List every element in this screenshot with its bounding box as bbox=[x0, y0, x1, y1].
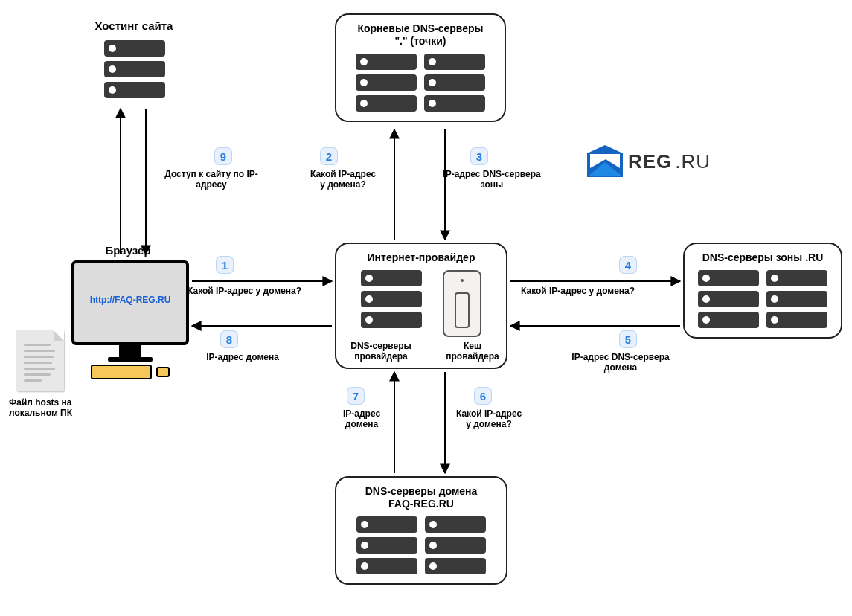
keyboard-icon bbox=[91, 365, 152, 379]
server-unit-icon bbox=[425, 516, 486, 533]
server-unit-icon bbox=[766, 270, 827, 286]
server-unit-icon bbox=[361, 270, 422, 286]
logo-tld: .RU bbox=[675, 150, 711, 173]
zone-ru-server-grid bbox=[698, 270, 827, 328]
hosts-file-icon bbox=[16, 330, 64, 391]
logo-brand: REG bbox=[628, 150, 672, 173]
step-text-3: IP-адрес DNS-серверазоны bbox=[429, 170, 555, 190]
server-unit-icon bbox=[356, 95, 417, 112]
reg-ru-logo: REG.RU bbox=[585, 143, 711, 180]
server-unit-icon bbox=[356, 558, 417, 574]
browser-url-link[interactable]: http://FAQ-REG.RU bbox=[74, 295, 186, 305]
server-unit-icon bbox=[766, 291, 827, 307]
step-text-7: IP-адресдомена bbox=[317, 409, 406, 430]
monitor-icon: http://FAQ-REG.RU bbox=[71, 260, 189, 345]
domain-dns-title: DNS-серверы доменаFAQ-REG.RU bbox=[365, 485, 478, 510]
step-text-9: Доступ к сайту по IP-адресу bbox=[146, 170, 277, 190]
server-unit-icon bbox=[104, 40, 165, 57]
server-unit-icon bbox=[361, 291, 422, 307]
server-unit-icon bbox=[766, 312, 827, 328]
step-badge-4: 4 bbox=[619, 256, 637, 274]
server-unit-icon bbox=[356, 537, 417, 554]
root-dns-title: Корневые DNS-серверы"." (точки) bbox=[357, 22, 483, 48]
domain-dns-box: DNS-серверы доменаFAQ-REG.RU bbox=[335, 476, 507, 585]
server-unit-icon bbox=[425, 537, 486, 554]
diagram-canvas: Хостинг сайта Корневые DNS-серверы"." (т… bbox=[0, 0, 852, 616]
step-text-4: Какой IP-адрес у домена? bbox=[521, 286, 677, 297]
root-dns-server-grid bbox=[356, 54, 485, 112]
isp-title: Интернет-провайдер bbox=[368, 251, 475, 264]
server-unit-icon bbox=[356, 54, 417, 70]
server-unit-icon bbox=[424, 74, 485, 91]
server-unit-icon bbox=[698, 291, 759, 307]
step-text-6: Какой IP-адресу домена? bbox=[441, 409, 537, 430]
server-unit-icon bbox=[698, 270, 759, 286]
step-text-8: IP-адрес домена bbox=[190, 353, 295, 363]
isp-cache-label: Кешпровайдера bbox=[441, 341, 505, 362]
server-unit-icon bbox=[361, 312, 422, 328]
server-unit-icon bbox=[425, 558, 486, 574]
step-badge-8: 8 bbox=[220, 330, 238, 348]
browser-computer-icon: http://FAQ-REG.RU bbox=[71, 260, 189, 379]
step-badge-6: 6 bbox=[474, 387, 492, 405]
step-text-1: Какой IP-адрес у домена? bbox=[188, 286, 333, 297]
root-dns-box: Корневые DNS-серверы"." (точки) bbox=[335, 13, 506, 122]
step-badge-1: 1 bbox=[216, 256, 234, 274]
server-unit-icon bbox=[698, 312, 759, 328]
hosts-file-caption: Файл hosts налокальном ПК bbox=[9, 397, 86, 419]
step-badge-9: 9 bbox=[214, 147, 232, 165]
hosting-title: Хостинг сайта bbox=[74, 19, 193, 32]
step-text-2: Какой IP-адресу домена? bbox=[295, 170, 391, 190]
isp-dns-server-stack bbox=[361, 270, 422, 328]
server-unit-icon bbox=[104, 82, 165, 98]
mouse-icon bbox=[156, 367, 170, 377]
step-badge-2: 2 bbox=[320, 147, 338, 165]
envelope-icon bbox=[585, 143, 625, 180]
server-unit-icon bbox=[424, 54, 485, 70]
isp-dns-label: DNS-серверыпровайдера bbox=[344, 341, 418, 362]
hosting-server-stack bbox=[104, 40, 165, 98]
server-unit-icon bbox=[104, 61, 165, 77]
step-badge-5: 5 bbox=[619, 330, 637, 348]
domain-dns-server-grid bbox=[356, 516, 486, 574]
server-unit-icon bbox=[356, 74, 417, 91]
server-unit-icon bbox=[424, 95, 485, 112]
step-badge-7: 7 bbox=[347, 387, 365, 405]
isp-cache-icon bbox=[443, 270, 481, 337]
browser-title: Браузер bbox=[83, 244, 173, 257]
server-unit-icon bbox=[356, 516, 417, 533]
zone-ru-title: DNS-серверы зоны .RU bbox=[702, 251, 824, 264]
step-badge-3: 3 bbox=[470, 147, 488, 165]
step-text-5: IP-адрес DNS-серверадомена bbox=[554, 353, 688, 373]
zone-ru-box: DNS-серверы зоны .RU bbox=[683, 243, 842, 339]
